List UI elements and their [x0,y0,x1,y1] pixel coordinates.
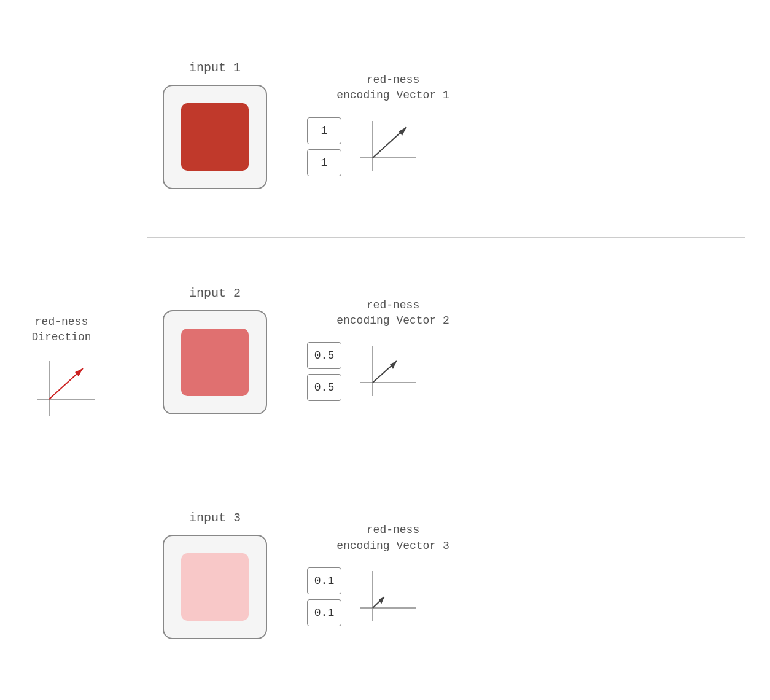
input-label-2: input 2 [189,286,241,300]
svg-marker-7 [399,127,406,136]
left-panel: red-ness Direction [0,12,123,688]
input-label-1: input 1 [189,61,241,75]
row-1: input 1 red-ness encoding Vector 1 1 1 [123,12,770,238]
vector-display-2: 0.5 0.5 [307,341,419,402]
main-container: red-ness Direction input 1 [0,0,770,700]
vector-cell-2-1: 0.5 [307,374,341,401]
axis-svg-1 [351,116,419,177]
vector-cell-1-0: 1 [307,117,341,144]
plot-3 [351,566,419,628]
direction-axis-svg [25,355,98,422]
input-col-3: input 3 [147,511,282,639]
vector-cell-3-0: 0.1 [307,567,341,594]
vector-col-3: red-ness encoding Vector 3 0.1 0.1 [307,523,479,627]
vector-display-3: 0.1 0.1 [307,566,419,628]
vector-label-3: red-ness encoding Vector 3 [307,523,479,553]
svg-marker-15 [379,597,384,604]
inner-square-2 [181,329,249,396]
vector-label-2: red-ness encoding Vector 2 [307,298,479,329]
rows-panel: input 1 red-ness encoding Vector 1 1 1 [123,12,770,688]
svg-marker-11 [390,361,397,369]
input-col-1: input 1 [147,61,282,189]
image-box-1 [163,85,267,189]
row-2: input 2 red-ness encoding Vector 2 0.5 0… [123,238,770,463]
vector-col-1: red-ness encoding Vector 1 1 1 [307,72,479,177]
vector-label-1: red-ness encoding Vector 1 [307,72,479,103]
input-col-2: input 2 [147,286,282,414]
vector-col-2: red-ness encoding Vector 2 0.5 0.5 [307,298,479,402]
plot-2 [351,341,419,402]
vector-values-1: 1 1 [307,117,341,176]
axis-svg-2 [351,341,419,402]
inner-square-1 [181,103,249,171]
vector-values-3: 0.1 0.1 [307,567,341,626]
image-box-3 [163,535,267,639]
input-label-3: input 3 [189,511,241,525]
vector-cell-3-1: 0.1 [307,599,341,626]
row-3: input 3 red-ness encoding Vector 3 0.1 0… [123,462,770,688]
vector-cell-1-1: 1 [307,149,341,176]
vector-cell-2-0: 0.5 [307,342,341,369]
image-box-2 [163,310,267,414]
axis-svg-3 [351,566,419,628]
vector-values-2: 0.5 0.5 [307,342,341,401]
direction-label: red-ness Direction [31,314,91,345]
direction-plot [25,355,98,422]
inner-square-3 [181,553,249,621]
plot-1 [351,116,419,177]
vector-display-1: 1 1 [307,116,419,177]
